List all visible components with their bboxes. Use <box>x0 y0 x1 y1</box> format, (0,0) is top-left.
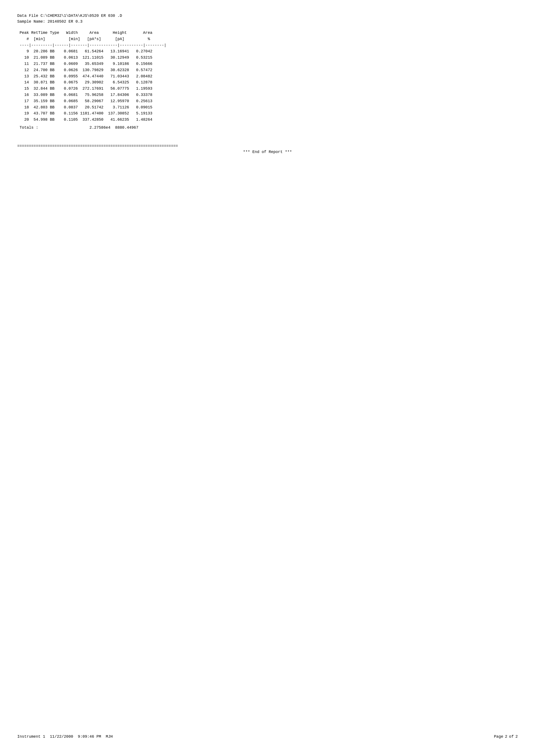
table-row: 17 35.159 BB 0.0685 58.29067 12.95970 0.… <box>17 98 518 104</box>
data-table: Peak RetTime Type Width Area Height Area… <box>17 30 518 131</box>
file-info: Data File C:\CHEM32\1\DATA\KJS\0520 ER 0… <box>17 13 518 25</box>
page-current: 2 <box>505 735 507 739</box>
table-rows: 9 20.286 BB 0.0681 61.54264 13.16941 0.2… <box>17 48 518 123</box>
table-header-line2: # [min] [min] [pA*s] [pA] % <box>17 36 518 42</box>
page-info: Page 2 of 2 <box>494 735 518 739</box>
footer: Instrument 1 11/22/2000 9:09:46 PM MJH P… <box>17 735 518 739</box>
table-row: 18 42.803 BB 0.0837 20.51742 3.71126 0.0… <box>17 104 518 111</box>
table-row: 13 25.432 BB 0.0955 474.47440 71.03443 2… <box>17 73 518 80</box>
data-file-line: Data File C:\CHEM32\1\DATA\KJS\0520 ER 0… <box>17 13 518 19</box>
table-header-line1: Peak RetTime Type Width Area Height Area <box>17 30 518 36</box>
totals-row: Totals : 2.27586e4 8880.44967 <box>17 124 518 131</box>
table-row: 9 20.286 BB 0.0681 61.54264 13.16941 0.2… <box>17 48 518 55</box>
table-separator: ----|---------|------|-------|----------… <box>17 42 518 48</box>
table-row: 15 32.844 BB 0.0726 272.17691 56.07775 1… <box>17 86 518 92</box>
instrument-info: Instrument 1 11/22/2000 9:09:46 PM MJH <box>17 735 113 739</box>
table-row: 20 54.998 BB 0.1105 337.42850 41.66235 1… <box>17 117 518 123</box>
table-row: 19 43.707 BB 0.1156 1181.47400 137.30852… <box>17 110 518 117</box>
sample-name-line: Sample Name: 20140502 ER 0.3 <box>17 19 518 25</box>
divider-section: ========================================… <box>17 144 518 154</box>
page-of: of <box>509 735 514 739</box>
table-row: 10 21.089 BB 0.0613 121.11015 30.12949 0… <box>17 55 518 61</box>
divider-line: ========================================… <box>17 144 518 148</box>
table-row: 12 24.700 BB 0.0626 130.79829 30.62328 0… <box>17 67 518 73</box>
table-row: 16 33.089 BB 0.0681 75.96258 17.84306 0.… <box>17 92 518 98</box>
table-row: 14 30.871 BB 0.0675 29.30902 6.54325 0.1… <box>17 79 518 86</box>
page-total: 2 <box>515 735 518 739</box>
content-area: Data File C:\CHEM32\1\DATA\KJS\0520 ER 0… <box>17 13 518 154</box>
table-row: 11 21.737 BB 0.0609 35.65349 9.10186 0.1… <box>17 61 518 67</box>
page-label: Page <box>494 735 503 739</box>
end-of-report-text: *** End of Report *** <box>17 150 518 154</box>
